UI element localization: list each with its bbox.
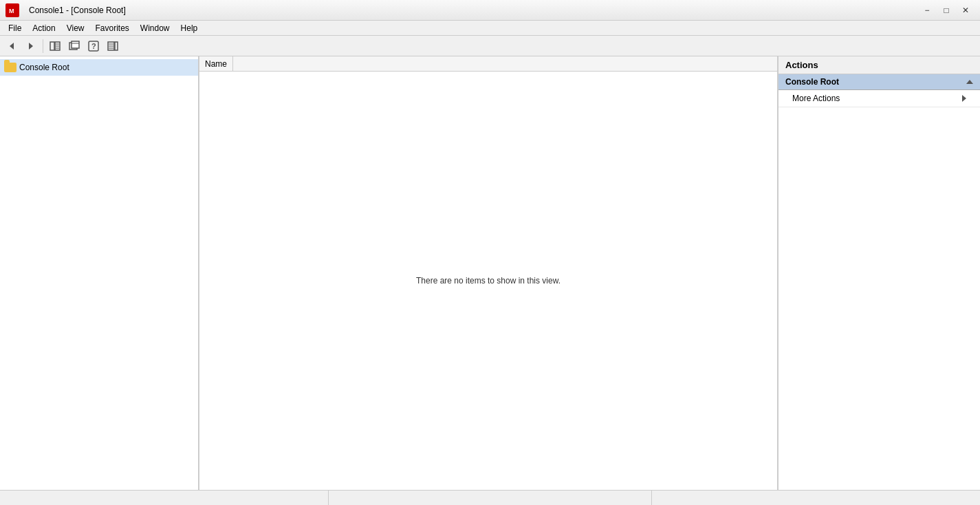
svg-marker-2 bbox=[10, 43, 14, 50]
actions-section-label: Console Root bbox=[785, 77, 839, 87]
toolbar-separator-1 bbox=[43, 39, 43, 53]
status-bar-section-1 bbox=[6, 491, 329, 505]
svg-rect-15 bbox=[115, 42, 118, 50]
menu-item-help[interactable]: Help bbox=[175, 21, 204, 36]
actions-header: Actions bbox=[778, 56, 980, 74]
title-bar-controls: − □ ✕ bbox=[918, 3, 974, 17]
chevron-up-icon bbox=[966, 80, 973, 84]
back-button[interactable] bbox=[3, 38, 21, 54]
status-bar-section-2 bbox=[329, 491, 652, 505]
tree-item-console-root[interactable]: Console Root bbox=[0, 59, 198, 76]
tree-item-label: Console Root bbox=[19, 63, 69, 72]
menu-item-view[interactable]: View bbox=[61, 21, 90, 36]
menu-item-window[interactable]: Window bbox=[135, 21, 175, 36]
menu-bar: File Action View Favorites Window Help bbox=[0, 21, 980, 36]
main-area: Console Root Name There are no items to … bbox=[0, 56, 980, 490]
mmc-icon: M bbox=[6, 3, 19, 17]
svg-marker-3 bbox=[29, 43, 33, 50]
actions-item-more-actions[interactable]: More Actions bbox=[778, 90, 980, 107]
minimize-button[interactable]: − bbox=[918, 3, 936, 17]
actions-section-console-root[interactable]: Console Root bbox=[778, 74, 980, 90]
folder-icon bbox=[4, 61, 17, 74]
title-bar-title: Console1 - [Console Root] bbox=[29, 6, 126, 15]
svg-rect-10 bbox=[72, 41, 79, 48]
menu-item-favorites[interactable]: Favorites bbox=[90, 21, 135, 36]
menu-item-action[interactable]: Action bbox=[27, 21, 61, 36]
menu-item-file[interactable]: File bbox=[3, 21, 27, 36]
actions-panel: Actions Console Root More Actions bbox=[778, 56, 980, 490]
maximize-button[interactable]: □ bbox=[937, 3, 955, 17]
forward-button[interactable] bbox=[22, 38, 40, 54]
chevron-right-icon bbox=[962, 95, 966, 102]
status-bar bbox=[0, 490, 980, 505]
list-content: There are no items to show in this view. bbox=[199, 72, 777, 490]
svg-text:M: M bbox=[9, 8, 14, 14]
actions-item-label: More Actions bbox=[792, 94, 840, 103]
svg-rect-4 bbox=[50, 42, 54, 50]
list-header: Name bbox=[199, 56, 777, 72]
new-window-button[interactable] bbox=[65, 38, 83, 54]
close-button[interactable]: ✕ bbox=[957, 3, 974, 17]
center-panel: Name There are no items to show in this … bbox=[199, 56, 778, 490]
help-button[interactable]: ? bbox=[85, 38, 102, 54]
show-hide-console-tree-button[interactable] bbox=[46, 38, 64, 54]
title-bar-left: M Console1 - [Console Root] bbox=[6, 3, 126, 17]
tree-panel: Console Root bbox=[0, 56, 199, 490]
empty-message: There are no items to show in this view. bbox=[416, 276, 560, 286]
show-action-pane-button[interactable] bbox=[104, 38, 122, 54]
svg-text:?: ? bbox=[91, 42, 96, 50]
title-bar: M Console1 - [Console Root] − □ ✕ bbox=[0, 0, 980, 21]
status-bar-section-3 bbox=[652, 491, 974, 505]
column-header-name[interactable]: Name bbox=[199, 56, 233, 71]
toolbar: ? bbox=[0, 36, 980, 56]
